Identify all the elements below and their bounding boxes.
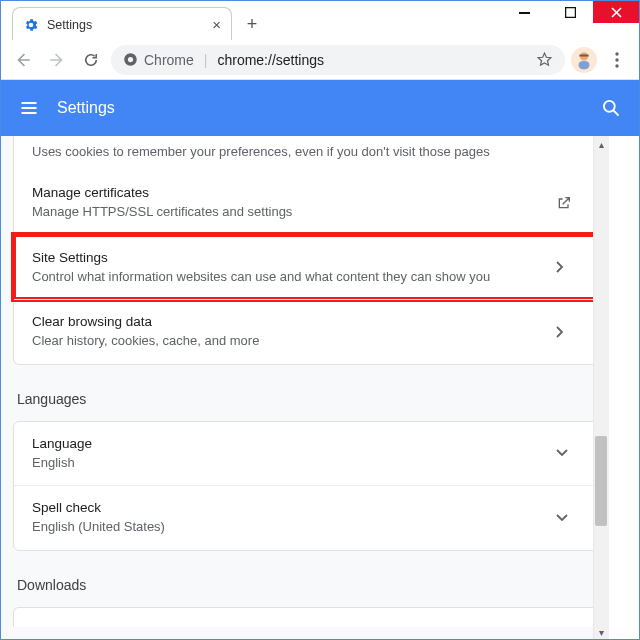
chevron-down-icon	[556, 449, 580, 457]
row-site-settings[interactable]: Site Settings Control what information w…	[14, 235, 598, 300]
svg-point-5	[128, 57, 133, 62]
browser-toolbar: Chrome | chrome://settings	[1, 40, 639, 80]
row-desc: Clear history, cookies, cache, and more	[32, 332, 556, 350]
minimize-icon	[519, 7, 530, 18]
chrome-icon	[123, 52, 138, 67]
reload-icon	[82, 51, 100, 69]
downloads-card	[13, 607, 599, 627]
gear-icon	[23, 17, 39, 33]
row-title: Clear browsing data	[32, 314, 556, 329]
nav-reload-button[interactable]	[77, 46, 105, 74]
row-title: Language	[32, 436, 556, 451]
site-identity: Chrome	[123, 52, 194, 68]
scroll-down-button[interactable]: ▾	[594, 624, 609, 640]
svg-rect-8	[579, 54, 588, 56]
arrow-left-icon	[14, 51, 32, 69]
row-desc: English	[32, 454, 556, 472]
scroll-up-button[interactable]: ▴	[594, 136, 609, 153]
avatar-icon	[573, 49, 595, 71]
svg-point-12	[604, 101, 615, 112]
arrow-right-icon	[48, 51, 66, 69]
row-title: Manage certificates	[32, 185, 556, 200]
more-vert-icon	[615, 52, 619, 68]
star-icon	[536, 51, 553, 68]
launch-icon	[556, 195, 572, 211]
open-external-icon	[556, 195, 580, 211]
new-tab-button[interactable]: +	[238, 10, 266, 38]
maximize-icon	[565, 7, 576, 18]
window-minimize-button[interactable]	[501, 1, 547, 23]
tab-close-button[interactable]: ×	[212, 16, 221, 33]
appbar-title: Settings	[57, 99, 115, 117]
svg-rect-1	[565, 7, 575, 17]
site-label: Chrome	[144, 52, 194, 68]
row-desc: English (United States)	[32, 518, 556, 536]
svg-line-13	[614, 111, 619, 116]
bookmark-button[interactable]	[536, 51, 553, 68]
tab-strip: Settings × +	[12, 1, 266, 41]
row-title: Site Settings	[32, 250, 556, 265]
scrollbar-track[interactable]: ▴ ▾	[593, 136, 609, 640]
hamburger-icon	[19, 98, 39, 118]
close-icon	[611, 7, 622, 18]
tab-title: Settings	[47, 18, 92, 32]
chevron-right-icon	[556, 326, 580, 338]
profile-avatar[interactable]	[571, 47, 597, 73]
nav-back-button[interactable]	[9, 46, 37, 74]
svg-point-10	[615, 58, 618, 61]
svg-point-11	[615, 64, 618, 67]
section-heading-downloads: Downloads	[13, 573, 599, 607]
row-clear-browsing-data[interactable]: Clear browsing data Clear history, cooki…	[14, 299, 598, 364]
chevron-down-icon	[556, 514, 580, 522]
row-title: Spell check	[32, 500, 556, 515]
row-manage-certificates[interactable]: Manage certificates Manage HTTPS/SSL cer…	[14, 171, 598, 235]
appbar-menu-button[interactable]	[19, 98, 39, 118]
section-heading-languages: Languages	[13, 387, 599, 421]
scrollbar-thumb[interactable]	[595, 436, 607, 526]
browser-menu-button[interactable]	[603, 46, 631, 74]
appbar-search-button[interactable]	[601, 98, 621, 118]
languages-card: Language English Spell check English (Un…	[13, 421, 599, 551]
svg-rect-0	[519, 12, 530, 14]
row-desc: Manage HTTPS/SSL certificates and settin…	[32, 203, 556, 221]
truncated-row-desc: Uses cookies to remember your preference…	[14, 136, 598, 171]
row-language[interactable]: Language English	[14, 422, 598, 486]
row-desc: Control what information websites can us…	[32, 268, 556, 286]
browser-tab-settings[interactable]: Settings ×	[12, 7, 232, 41]
omnibox-url: chrome://settings	[217, 52, 324, 68]
privacy-card: Uses cookies to remember your preference…	[13, 136, 599, 365]
omnibox-separator: |	[204, 52, 208, 68]
nav-forward-button[interactable]	[43, 46, 71, 74]
window-close-button[interactable]	[593, 1, 639, 23]
omnibox[interactable]: Chrome | chrome://settings	[111, 45, 565, 75]
svg-point-9	[615, 52, 618, 55]
svg-rect-7	[579, 60, 590, 68]
window-maximize-button[interactable]	[547, 1, 593, 23]
row-spell-check[interactable]: Spell check English (United States)	[14, 485, 598, 550]
chevron-right-icon	[556, 261, 580, 273]
settings-appbar: Settings	[1, 80, 639, 136]
search-icon	[601, 98, 621, 118]
content-scroll-area: Uses cookies to remember your preference…	[1, 136, 609, 640]
